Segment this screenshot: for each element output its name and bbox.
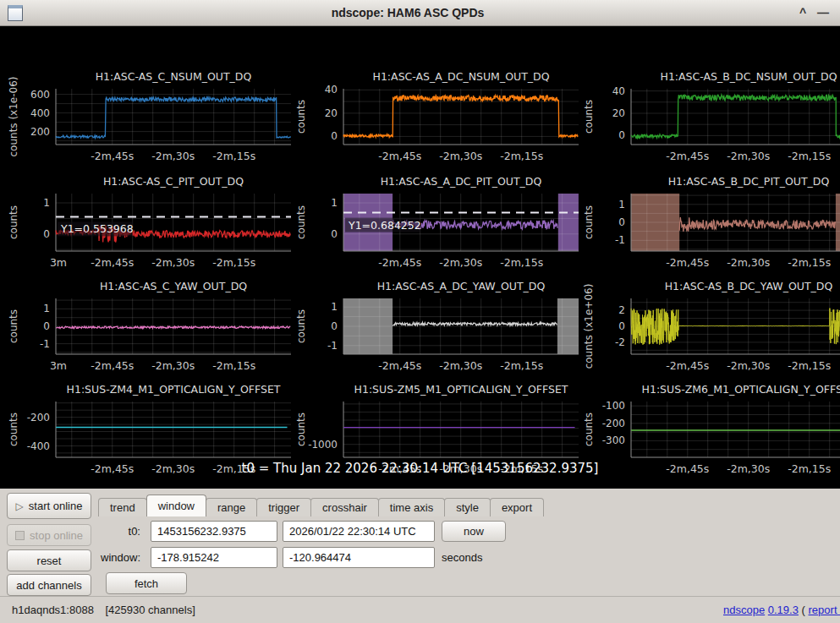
y-tick-label: 600 bbox=[30, 89, 50, 101]
y-axis-label: counts (x1e-06) bbox=[8, 76, 19, 156]
t0-caption: t0 = Thu Jan 22 2026 22:30:14 UTC [14531… bbox=[0, 461, 840, 476]
plot-title: H1:ASC-AS_A_DC_YAW_OUT_DQ bbox=[377, 280, 546, 292]
tab-trend[interactable]: trend bbox=[98, 498, 147, 516]
y-axis-label: counts (x1e+06) bbox=[583, 284, 595, 369]
y-tick-label: -2 bbox=[615, 336, 625, 348]
x-tick-label: -2m,45s bbox=[378, 256, 421, 269]
app-window: { "window": { "title": "ndscope: HAM6 AS… bbox=[0, 0, 840, 623]
t0-gps-input[interactable] bbox=[151, 521, 277, 542]
y-tick-label: 20 bbox=[325, 107, 338, 119]
y-tick-label: 0 bbox=[43, 228, 50, 240]
x-tick-label: -2m,15s bbox=[500, 150, 543, 162]
tab-time-axis[interactable]: time axis bbox=[378, 498, 445, 516]
plot-H1:ASC-AS_B_DC_YAW_OUT_DQ[interactable]: H1:ASC-AS_B_DC_YAW_OUT_DQ-202-2m,45s-2m,… bbox=[582, 273, 840, 376]
y-axis-label: counts bbox=[583, 205, 595, 239]
x-tick-label: -2m,45s bbox=[91, 359, 134, 372]
play-icon: ▷ bbox=[16, 500, 24, 512]
y-tick-label: 1 bbox=[43, 303, 50, 314]
x-tick-label: -2m,30s bbox=[727, 359, 770, 372]
cursor-label: Y1=0.684252 bbox=[348, 219, 421, 232]
plot-H1:ASC-AS_A_DC_YAW_OUT_DQ[interactable]: H1:ASC-AS_A_DC_YAW_OUT_DQ-101-2m,45s-2m,… bbox=[294, 273, 582, 376]
plot-H1:ASC-AS_A_DC_NSUM_OUT_DQ[interactable]: H1:ASC-AS_A_DC_NSUM_OUT_DQ02040-2m,45s-2… bbox=[294, 63, 582, 167]
plot-title: H1:ASC-AS_B_DC_PIT_OUT_DQ bbox=[668, 175, 830, 188]
plot-title: H1:ASC-AS_A_DC_NSUM_OUT_DQ bbox=[373, 70, 550, 83]
y-axis-label: counts bbox=[8, 413, 19, 446]
version-link[interactable]: 0.19.3 bbox=[768, 604, 799, 616]
now-button[interactable]: now bbox=[442, 521, 506, 542]
y-tick-label: -200 bbox=[602, 418, 625, 429]
start-online-label: start online bbox=[29, 500, 83, 512]
window-end-input[interactable] bbox=[283, 547, 435, 568]
tab-bar: trendwindowrangetriggercrosshairtime axi… bbox=[98, 494, 543, 516]
y-tick-label: 1 bbox=[331, 301, 338, 313]
x-tick-label: -2m,45s bbox=[666, 256, 709, 269]
window-icon bbox=[8, 5, 23, 21]
x-tick-label: -2m,45s bbox=[378, 150, 421, 162]
plot-title: H1:ASC-AS_A_DC_PIT_OUT_DQ bbox=[381, 175, 542, 188]
y-tick-label: -1 bbox=[615, 234, 625, 246]
reset-button[interactable]: reset bbox=[7, 549, 91, 571]
x-tick-label: -2m,15s bbox=[788, 256, 831, 269]
trace bbox=[393, 323, 557, 326]
y-tick-label: 1 bbox=[618, 199, 625, 210]
seconds-label: seconds bbox=[442, 551, 482, 564]
plot-H1:ASC-AS_C_NSUM_OUT_DQ[interactable]: H1:ASC-AS_C_NSUM_OUT_DQ200400600-2m,45s-… bbox=[7, 63, 294, 167]
server-status: h1daqnds1:8088 [425930 channels] bbox=[12, 604, 195, 616]
y-tick-label: 0 bbox=[331, 228, 338, 240]
plot-H1:ASC-AS_C_PIT_OUT_DQ[interactable]: Y1=0.553968H1:ASC-AS_C_PIT_OUT_DQ01-2m,4… bbox=[7, 168, 294, 273]
x-tick-label: -2m,45s bbox=[666, 359, 709, 372]
window-start-input[interactable] bbox=[151, 547, 277, 568]
tab-trigger[interactable]: trigger bbox=[256, 498, 311, 516]
plot-title: H1:ASC-AS_B_DC_YAW_OUT_DQ bbox=[665, 280, 833, 292]
trace bbox=[679, 217, 835, 232]
cursor-label: Y1=0.553968 bbox=[60, 222, 134, 235]
stop-icon bbox=[15, 531, 25, 540]
data-gap-region bbox=[558, 194, 579, 251]
plot-H1:ASC-AS_A_DC_PIT_OUT_DQ[interactable]: Y1=0.684252H1:ASC-AS_A_DC_PIT_OUT_DQ01-2… bbox=[294, 168, 582, 273]
y-axis-label: counts bbox=[295, 413, 307, 446]
report-bug-link[interactable]: report bug bbox=[809, 604, 840, 616]
y-tick-label: -400 bbox=[27, 440, 50, 452]
add-channels-button[interactable]: add channels bbox=[7, 574, 91, 596]
titlebar[interactable]: ndscope: HAM6 ASC QPDs ^ — bbox=[0, 0, 840, 26]
x-tick-label: -2m,30s bbox=[439, 150, 482, 162]
ndscope-link[interactable]: ndscope bbox=[723, 604, 765, 616]
tab-window[interactable]: window bbox=[146, 495, 206, 516]
y-tick-label: 0 bbox=[331, 320, 338, 332]
tab-style[interactable]: style bbox=[444, 498, 491, 516]
stop-online-button: stop online bbox=[7, 524, 91, 546]
tab-range[interactable]: range bbox=[206, 498, 257, 516]
fetch-button[interactable]: fetch bbox=[106, 572, 187, 594]
y-tick-label: 2 bbox=[618, 304, 625, 316]
channel-count: [425930 channels] bbox=[106, 604, 195, 616]
plot-H1:ASC-AS_B_DC_NSUM_OUT_DQ[interactable]: H1:ASC-AS_B_DC_NSUM_OUT_DQ02040-2m,45s-2… bbox=[582, 63, 840, 167]
y-tick-label: 200 bbox=[30, 126, 50, 138]
t0-utc-input[interactable] bbox=[283, 521, 435, 542]
about-links: ndscope 0.19.3 ( report bug ) bbox=[723, 604, 840, 616]
x-tick-label-partial: 3m bbox=[50, 256, 67, 269]
start-online-button[interactable]: ▷ start online bbox=[7, 493, 91, 519]
x-tick-label: -2m,15s bbox=[500, 256, 543, 269]
plot-title: H1:ASC-AS_B_DC_NSUM_OUT_DQ bbox=[661, 70, 837, 83]
shade-window-button[interactable]: ^ bbox=[793, 6, 813, 19]
plot-title: H1:SUS-ZM6_M1_OPTICALIGN_Y_OFFSET bbox=[642, 383, 840, 396]
y-tick-label: -1 bbox=[327, 340, 338, 352]
y-tick-label: 0 bbox=[618, 320, 625, 332]
x-tick-label: -2m,45s bbox=[91, 256, 134, 269]
x-tick-label: -2m,30s bbox=[151, 359, 195, 372]
window-title: ndscope: HAM6 ASC QPDs bbox=[23, 6, 793, 19]
tab-crosshair[interactable]: crosshair bbox=[310, 498, 379, 516]
y-axis-label: counts bbox=[583, 413, 595, 446]
minimize-button[interactable]: — bbox=[813, 6, 833, 19]
plot-H1:ASC-AS_C_YAW_OUT_DQ[interactable]: H1:ASC-AS_C_YAW_OUT_DQ-101-2m,45s-2m,30s… bbox=[7, 273, 294, 376]
plot-H1:ASC-AS_B_DC_PIT_OUT_DQ[interactable]: H1:ASC-AS_B_DC_PIT_OUT_DQ-101-2m,45s-2m,… bbox=[582, 168, 840, 273]
tab-export[interactable]: export bbox=[490, 498, 544, 516]
y-tick-label: 40 bbox=[325, 84, 338, 96]
x-tick-label: -2m,15s bbox=[500, 359, 543, 372]
y-tick-label: 1 bbox=[43, 197, 50, 209]
x-tick-label: -2m,45s bbox=[666, 150, 709, 162]
plot-grid: H1:ASC-AS_C_NSUM_OUT_DQ200400600-2m,45s-… bbox=[0, 26, 840, 489]
t0-label: t0: bbox=[86, 525, 140, 538]
plot-title: H1:SUS-ZM4_M1_OPTICALIGN_Y_OFFSET bbox=[67, 383, 281, 396]
plot-title: H1:ASC-AS_C_NSUM_OUT_DQ bbox=[96, 70, 252, 83]
